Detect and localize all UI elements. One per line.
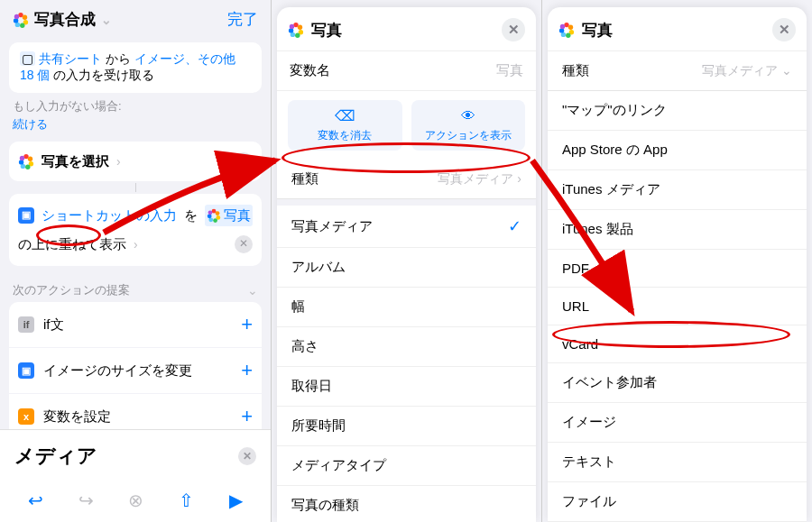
variable-name-field[interactable]: 変数名 写真 — [277, 51, 536, 91]
type-option[interactable]: テキスト — [548, 443, 807, 482]
type-option[interactable]: iTunes 製品 — [548, 210, 807, 250]
add-icon[interactable]: + — [241, 405, 253, 428]
type-option[interactable]: 取得日 — [277, 367, 536, 407]
text: の入力を受け取る — [53, 68, 154, 82]
type-option[interactable]: vCard — [548, 325, 807, 363]
no-input-label: もし入力がない場合: — [13, 98, 258, 114]
select-photo-action[interactable]: 写真を選択 › ✕ — [9, 142, 262, 181]
text: の上に重ねて表示 — [18, 234, 126, 255]
share-button[interactable]: ⇧ — [179, 490, 194, 511]
svg-point-6 — [14, 14, 19, 18]
add-icon[interactable]: + — [241, 359, 253, 382]
svg-point-24 — [295, 33, 300, 38]
popup-header: 写真 ✕ — [277, 7, 536, 51]
undo-button[interactable]: ↩ — [28, 490, 43, 511]
token-share-sheet[interactable]: 共有シート — [39, 51, 102, 66]
suggestion-label: イメージのサイズを変更 — [43, 362, 192, 380]
connector — [135, 183, 136, 192]
type-option[interactable]: 所要時間 — [277, 407, 536, 446]
type-option[interactable]: URL — [548, 288, 807, 325]
type-option[interactable]: アルバム — [277, 248, 536, 288]
photo-variable-pill[interactable]: 写真 — [205, 205, 253, 226]
action-icon: x — [18, 408, 34, 425]
type-options-list: "マップ"のリンクApp Store の AppiTunes メディアiTune… — [548, 91, 807, 522]
type-option[interactable]: PDF — [548, 250, 807, 288]
svg-point-33 — [559, 28, 564, 32]
suggestion-item[interactable]: ifif文+ — [9, 302, 262, 347]
popup-header: 写真 ✕ — [548, 7, 807, 51]
photos-icon — [558, 22, 575, 38]
svg-point-5 — [14, 18, 18, 23]
svg-point-19 — [208, 214, 212, 218]
chevron-icon: › — [134, 234, 138, 254]
category-row[interactable]: メディア ✕ — [0, 430, 271, 482]
popup-title: 写真 — [311, 20, 342, 41]
shortcut-title[interactable]: 写真合成 ⌄ — [13, 9, 112, 30]
suggestions-header: 次のアクションの提案 ⌄ — [13, 282, 258, 298]
svg-point-31 — [566, 33, 570, 38]
type-options-list: 写真メディア✓アルバム幅高さ取得日所要時間メディアタイプ写真の種類スクリーンショ… — [277, 206, 536, 522]
type-option[interactable]: 高さ — [277, 327, 536, 367]
kind-selector[interactable]: 種類 写真メディア ⌄ — [548, 51, 807, 91]
type-option[interactable]: 写真メディア✓ — [277, 206, 536, 248]
svg-point-26 — [289, 28, 293, 32]
toolbar: ↩ ↪ ⊗ ⇧ ▶ — [0, 482, 271, 522]
suggestions-list: ifif文+▣イメージのサイズを変更+x変数を設定+ — [0, 302, 271, 439]
type-option[interactable]: 幅 — [277, 288, 536, 327]
svg-point-22 — [298, 25, 302, 30]
svg-point-15 — [216, 211, 220, 215]
title-text: 写真合成 — [34, 9, 96, 30]
action-icon: ▣ — [18, 362, 34, 379]
type-option[interactable]: ファイル — [548, 482, 807, 522]
check-icon: ✓ — [508, 216, 521, 236]
type-option[interactable]: App Store の App — [548, 131, 807, 170]
editor-panel: 写真合成 ⌄ 完了 ▢ 共有シート から イメージ、その他 18 個 の入力を受… — [0, 0, 271, 522]
done-button[interactable]: 完了 — [227, 9, 258, 30]
action-icon: if — [18, 316, 34, 333]
svg-point-8 — [28, 157, 32, 161]
svg-point-1 — [23, 14, 27, 19]
svg-point-12 — [19, 160, 23, 164]
popup-title: 写真 — [582, 20, 613, 41]
suggestion-label: if文 — [43, 316, 64, 334]
variable-popup: 写真 ✕ 変数名 写真 ⌫ 変数を消去 👁 アクションを表示 種類 写真メディア… — [277, 7, 536, 522]
overlay-icon: ▣ — [18, 207, 34, 224]
delete-button: ⊗ — [128, 490, 143, 511]
variable-name-placeholder: 写真 — [496, 62, 523, 79]
svg-point-3 — [20, 23, 24, 27]
continue-option[interactable]: 続ける — [13, 116, 48, 133]
type-option[interactable]: メディアタイプ — [277, 446, 536, 486]
chevron-icon[interactable]: ⌄ — [247, 283, 258, 298]
add-icon[interactable]: + — [241, 313, 253, 336]
remove-action-button[interactable]: ✕ — [235, 235, 253, 253]
close-button[interactable]: ✕ — [502, 18, 525, 41]
input-action-card[interactable]: ▢ 共有シート から イメージ、その他 18 個 の入力を受け取る — [9, 42, 262, 93]
close-sheet-button[interactable]: ✕ — [238, 447, 256, 465]
suggestion-label: 変数を設定 — [43, 408, 111, 426]
run-button[interactable]: ▶ — [229, 490, 243, 511]
suggestion-item[interactable]: ▣イメージのサイズを変更+ — [9, 348, 262, 393]
kind-selector[interactable]: 種類 写真メディア › — [277, 160, 536, 199]
svg-point-17 — [213, 218, 217, 223]
text: を — [184, 205, 198, 226]
bottom-sheet: メディア ✕ ↩ ↪ ⊗ ⇧ ▶ — [0, 429, 271, 522]
type-option[interactable]: イベント参加者 — [548, 363, 807, 403]
clear-variable-button[interactable]: ⌫ 変数を消去 — [288, 100, 402, 151]
eye-icon: 👁 — [461, 108, 475, 124]
type-popup: 写真 ✕ 種類 写真メディア ⌄ "マップ"のリンクApp Store の Ap… — [548, 7, 807, 522]
close-button[interactable]: ✕ — [772, 18, 796, 41]
chevron-icon: › — [116, 154, 121, 169]
remove-action-button[interactable]: ✕ — [235, 152, 253, 170]
svg-point-27 — [290, 24, 294, 29]
token-shortcut-input[interactable]: ショートカットの入力 — [42, 205, 177, 226]
show-action-button[interactable]: 👁 アクションを表示 — [411, 100, 526, 151]
redo-button: ↪ — [78, 490, 94, 511]
type-option[interactable]: iTunes メディア — [548, 170, 807, 210]
overlay-action[interactable]: ▣ ショートカットの入力 を 写真 の上に重ねて表示 › ✕ — [9, 194, 262, 266]
photos-icon — [207, 208, 221, 223]
photos-icon — [13, 12, 29, 28]
text: から — [106, 51, 131, 66]
type-option[interactable]: イメージ — [548, 403, 807, 443]
type-option[interactable]: 写真の種類 — [277, 486, 536, 522]
type-option[interactable]: "マップ"のリンク — [548, 91, 807, 131]
